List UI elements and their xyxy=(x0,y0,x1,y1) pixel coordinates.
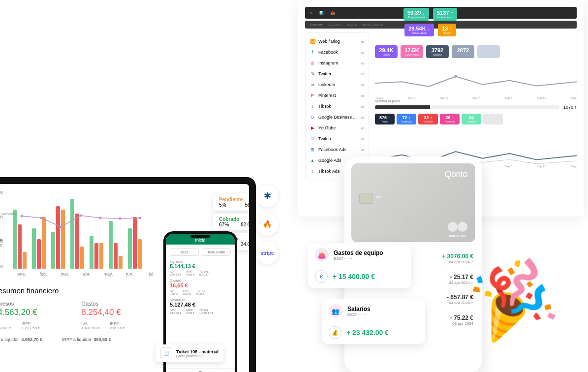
post-badge[interactable] xyxy=(483,114,503,124)
channel-tiktok[interactable]: ♪TikTok∞ xyxy=(309,101,366,112)
bank-logos: ✱ 🔥 stripe xyxy=(256,185,279,264)
channel-linkedin[interactable]: inLinkedIn∞ xyxy=(309,79,366,90)
svg-point-0 xyxy=(21,215,23,217)
svg-point-1 xyxy=(40,217,43,219)
phone-selectors[interactable]: 2022Todo el año xyxy=(170,248,231,256)
card-chip-icon xyxy=(359,193,373,204)
svg-point-3 xyxy=(80,215,82,217)
mini-chart-1 xyxy=(375,63,577,93)
col-ingresos: Ingresos 24.563,20 € IVA4.263,03 €IRPF1.… xyxy=(0,301,66,330)
stat-badge[interactable]: 2872 xyxy=(452,45,474,58)
stat-badge[interactable]: 3792Saved xyxy=(426,45,449,58)
channel-youtube[interactable]: ▶YouTube∞ xyxy=(309,123,366,133)
svg-point-4 xyxy=(99,217,102,219)
post-badge[interactable]: 24 LinkedIn xyxy=(462,114,481,124)
y-tick: 4000 xyxy=(0,190,3,195)
metric-badge[interactable]: 13 ↑Reach xyxy=(438,24,456,36)
debit-card: Qonto ››› mastercard xyxy=(351,163,475,242)
channel-facebookads[interactable]: ⊞Facebook Ads∞ xyxy=(309,144,366,155)
status-pending[interactable]: Pendiente5%5631,36 € xyxy=(213,194,249,211)
stat-badge[interactable] xyxy=(477,45,500,58)
post-badge[interactable]: 32 ↑YouTube xyxy=(418,114,438,124)
post-badge[interactable]: 876 ↑Twitter xyxy=(375,114,395,124)
phone-header: Inicio xyxy=(166,234,235,245)
caixa-logo: ✱ xyxy=(256,185,279,207)
bag-icon: 💰 xyxy=(329,326,341,339)
post-badges: 876 ↑Twitter72 ↑Facebook32 ↑YouTube26 ↑P… xyxy=(375,114,577,124)
channel-webblog[interactable]: 📶Web / Blog∞ xyxy=(309,36,366,47)
channel-instagram[interactable]: ◎Instagram∞ xyxy=(309,58,366,68)
receipt-icon: 🧾 xyxy=(160,347,172,359)
metric-badge[interactable]: 59.39 ↓Engagement xyxy=(403,8,429,21)
people-icon: 👥 xyxy=(329,304,342,318)
phone-nav[interactable]: ⌂ ≡ + ▢ ⊞ xyxy=(166,368,235,372)
col-gastos: Gastos 8.254,40 € IVA1.432,58 €IRPF236,1… xyxy=(81,301,155,330)
metric-badge[interactable]: 5137 ↑Interactions xyxy=(433,8,457,21)
trend-line xyxy=(13,190,160,264)
stat-badges: 29.4KLikes17.5KComments3792Saved2872 xyxy=(375,45,577,58)
svg-point-2 xyxy=(60,226,62,228)
stat-badge[interactable]: 17.5KComments xyxy=(401,45,423,58)
metric-badge[interactable]: 29.54K ↓Video views xyxy=(404,24,434,36)
status-collected[interactable]: Cobrado67%82.045,68 € xyxy=(213,214,249,230)
svg-point-7 xyxy=(454,75,457,78)
channel-twitch[interactable]: ⌘Twitch∞ xyxy=(309,133,366,144)
float-equipo[interactable]: 👛Gastos de equipoES27 · · · · €+ 15 400.… xyxy=(308,243,411,288)
euro-icon: € xyxy=(315,270,328,283)
mastercard-logo: mastercard xyxy=(448,222,467,237)
channel-pinterest[interactable]: PPinterest∞ xyxy=(309,90,366,101)
posts-progress: 1070 ↑ xyxy=(375,105,577,110)
post-badge[interactable]: 26 ↑Pinterest xyxy=(440,114,460,124)
svg-point-6 xyxy=(139,217,141,219)
channel-googlebusiness[interactable]: GGoogle Business ...∞ xyxy=(309,112,366,123)
floating-badges: 59.39 ↓Engagement5137 ↑Interactions29.54… xyxy=(403,8,457,36)
qonto-brand: Qonto xyxy=(444,169,467,180)
ticket-toast[interactable]: 🧾 Ticket 105 - materialGasto procesado xyxy=(155,344,223,362)
channel-facebook[interactable]: fFacebook∞ xyxy=(309,47,366,58)
santander-logo: 🔥 xyxy=(256,213,279,236)
stripe-logo: stripe xyxy=(256,242,279,264)
stat-badge[interactable]: 29.4KLikes xyxy=(375,45,398,58)
float-salarios[interactable]: 👥SalariosES27 · · · · 💰+ 23 432.00 € xyxy=(322,299,425,344)
wallet-icon: 👛 xyxy=(315,248,329,262)
svg-point-5 xyxy=(119,217,122,220)
post-badge[interactable]: 72 ↑Facebook xyxy=(397,114,416,124)
channel-twitter[interactable]: 𝕏Twitter∞ xyxy=(309,68,366,79)
cropped-left-text: ; conciliar o € xyxy=(0,210,20,274)
